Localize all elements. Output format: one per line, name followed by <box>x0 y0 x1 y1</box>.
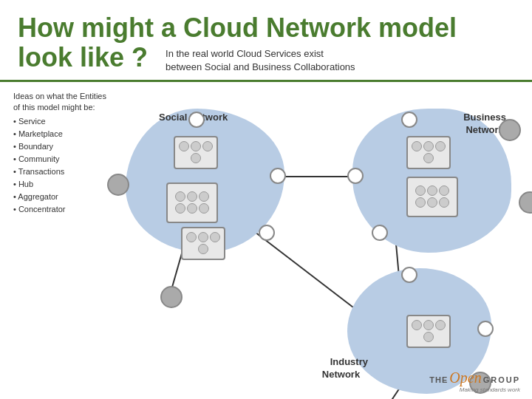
inner-node <box>187 203 197 214</box>
external-node-top-right <box>499 119 521 141</box>
inner-node <box>439 197 449 208</box>
social-edge-node-bottom-right <box>259 225 275 241</box>
inner-node <box>423 141 434 151</box>
inner-node <box>186 232 197 242</box>
external-node-right <box>519 191 532 214</box>
external-node-bottom <box>160 286 183 308</box>
list-item: Service <box>13 115 109 128</box>
sidebar-panel: Ideas on what the Entities of this model… <box>0 88 115 399</box>
inner-node <box>199 203 209 214</box>
list-item: Marketplace <box>13 128 109 140</box>
entities-list: Service Marketplace Boundary Community T… <box>13 115 109 216</box>
list-item: Community <box>13 153 109 166</box>
inner-node <box>191 153 201 163</box>
inner-node <box>179 141 189 151</box>
social-aggregator-middle <box>166 183 218 223</box>
industry-edge-node-top <box>401 267 417 283</box>
svg-line-1 <box>255 232 366 317</box>
business-edge-node-bottom <box>372 225 388 241</box>
social-aggregator-bottom <box>181 227 225 260</box>
industry-edge-node-right <box>477 321 494 337</box>
social-edge-node-right <box>270 168 286 184</box>
social-edge-node-top <box>188 112 205 128</box>
inner-node <box>423 320 434 330</box>
inner-node <box>412 320 422 330</box>
inner-node <box>202 141 213 151</box>
list-item: Hub <box>13 178 109 191</box>
industry-aggregator <box>406 315 451 348</box>
inner-node <box>198 232 208 242</box>
list-item: Concentrator <box>13 203 109 216</box>
inner-node <box>439 185 449 196</box>
industry-network-label: Industry Network <box>314 344 368 394</box>
inner-node <box>427 185 437 196</box>
business-edge-node-top <box>401 112 417 128</box>
list-item: Transactions <box>13 166 109 178</box>
logo-area: THE Open GROUP Making standards work <box>429 369 520 393</box>
logo-open: Open <box>449 369 481 386</box>
inner-node <box>191 141 201 151</box>
list-item: Aggregator <box>13 191 109 203</box>
business-aggregator-middle <box>406 177 458 217</box>
inner-node <box>198 244 208 254</box>
inner-node <box>412 141 422 151</box>
list-item: Boundary <box>13 140 109 153</box>
inner-node <box>415 197 426 208</box>
business-aggregator-top <box>406 136 451 169</box>
inner-node <box>199 191 209 202</box>
main-title: How might a Cloud Network model look lik… <box>18 13 457 74</box>
title-row: How might a Cloud Network model look lik… <box>18 13 514 74</box>
logo-group: GROUP <box>483 375 520 384</box>
logo-tagline: Making standards work <box>429 386 520 393</box>
logo-the: THE <box>429 375 448 384</box>
external-node-left <box>107 174 129 196</box>
inner-node <box>435 141 446 151</box>
inner-node <box>427 197 437 208</box>
inner-node <box>423 153 434 163</box>
content-area: Ideas on what the Entities of this model… <box>0 82 532 399</box>
network-diagram: Social Network <box>115 88 532 399</box>
inner-node <box>175 191 185 202</box>
business-edge-node-left <box>347 168 364 184</box>
inner-node <box>210 232 220 242</box>
inner-node <box>175 203 185 214</box>
social-aggregator-top <box>174 136 218 169</box>
inner-node <box>423 332 434 342</box>
inner-node <box>415 185 426 196</box>
inner-node <box>187 191 197 202</box>
inner-node <box>435 320 446 330</box>
header: How might a Cloud Network model look lik… <box>0 0 532 82</box>
